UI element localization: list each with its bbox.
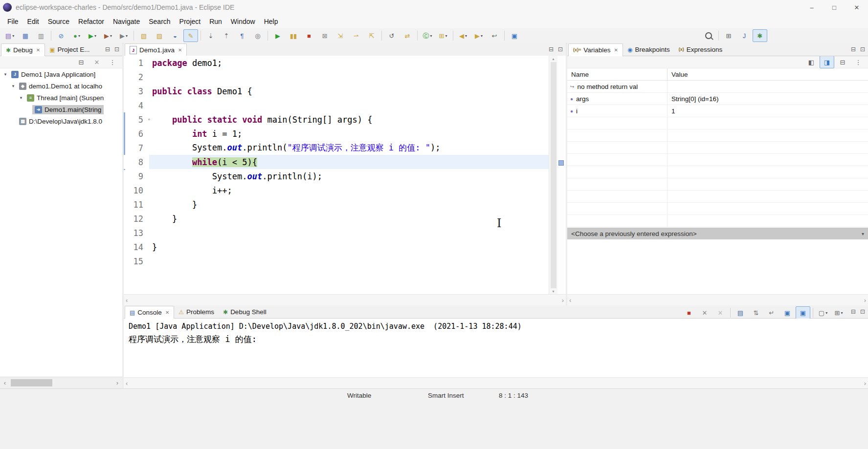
code-line-13[interactable]: 13 [124,226,566,240]
show-logical-structures-button[interactable]: ◨ [820,56,834,68]
console-horizontal-scrollbar[interactable]: ‹ › [124,377,868,388]
search-flashlight-button[interactable]: ◒ [168,29,182,42]
menu-window[interactable]: Window [226,18,260,25]
scroll-up-icon[interactable]: ▲ [552,57,555,61]
empty-row[interactable] [567,203,868,215]
scroll-left-icon[interactable]: ‹ [569,297,571,304]
coverage-button[interactable]: ▶▾ [101,29,115,42]
forward-button[interactable]: ▶▾ [471,29,486,42]
tab-project-explorer[interactable]: ▣ Project E... [45,43,94,56]
run-button[interactable]: ▶▾ [85,29,100,42]
scroll-left-icon[interactable]: ‹ [126,297,128,304]
tab-expressions[interactable]: (x) Expressions [674,43,727,56]
code-line-12[interactable]: 12 } [124,212,566,226]
tab-debug-shell[interactable]: ✱ Debug Shell [219,306,271,318]
fold-marker-icon[interactable]: ∘ [146,116,152,123]
expander-icon[interactable]: ▾ [10,84,17,88]
maximize-view-icon[interactable]: ⊡ [558,46,563,53]
debug-perspective-button[interactable]: ✱ [753,29,767,42]
open-resource-button[interactable]: ▨ [152,29,167,42]
debug-horizontal-scrollbar[interactable]: ‹ › [0,377,122,388]
empty-row[interactable] [567,215,868,227]
editor-vertical-scrollbar[interactable]: ▲ ▼ [549,56,557,295]
new-java-package-button[interactable]: ⊞▾ [436,29,450,42]
scroll-right-icon[interactable]: › [864,297,866,304]
tab-problems[interactable]: ⚠ Problems [174,306,219,318]
maximize-button[interactable]: □ [823,0,846,15]
maximize-view-icon[interactable]: ⊡ [860,46,865,53]
menu-search[interactable]: Search [144,18,175,25]
pin-console-button[interactable]: ▣ [780,306,795,319]
save-button[interactable]: ▦ [18,29,33,42]
close-button[interactable]: ✕ [846,0,868,15]
display-selected-console-button[interactable]: ▢▾ [816,306,830,319]
minimize-view-icon[interactable]: ⊟ [105,46,110,53]
variables-horizontal-scrollbar[interactable]: ‹ › [567,294,868,305]
tree-item-thread-main[interactable]: ▾≡Thread [main] (Suspen [0,92,122,104]
code-line-8[interactable]: 8 while(i < 5){ [124,155,566,169]
dropdown-arrow-icon[interactable]: ▾ [825,311,827,315]
dropdown-arrow-icon[interactable]: ▾ [481,34,483,38]
code-line-4[interactable]: 4 [124,98,566,112]
close-tab-icon[interactable]: ✕ [614,47,618,53]
dropdown-arrow-icon[interactable]: ▾ [78,34,80,38]
view-menu-button[interactable]: ⋮ [851,56,866,68]
tree-item-jvm-demo1[interactable]: ▾◆demo1.Demo1 at localho [0,80,122,92]
search-button[interactable] [701,29,716,42]
minimize-button[interactable]: – [801,0,823,15]
code-line-15[interactable]: 15 [124,254,566,268]
menu-project[interactable]: Project [175,18,205,25]
next-annotation-button[interactable]: ⇣ [203,29,218,42]
code-line-2[interactable]: 2 [124,70,566,84]
scrollbar-thumb[interactable] [11,379,52,386]
close-tab-icon[interactable]: ✕ [36,47,40,53]
menu-edit[interactable]: Edit [23,18,44,25]
dropdown-arrow-icon[interactable]: ▾ [465,34,467,38]
code-line-6[interactable]: 6 int i = 1; [124,127,566,141]
scroll-right-icon[interactable]: › [562,297,564,304]
variable-row-args[interactable]: ●argsString[0] (id=16) [567,93,868,105]
code-line-5[interactable]: 5∘ public static void main(String[] args… [124,112,566,127]
dropdown-arrow-icon[interactable]: ▾ [126,34,128,38]
variable-row-no-method-return-val[interactable]: ↪no method return val [567,81,868,93]
view-menu-button[interactable]: ⋮ [105,56,120,68]
expression-combo[interactable]: <Choose a previously entered expression>… [567,228,868,239]
tree-item-stack-frame-main[interactable]: ➜Demo1.main(String [0,104,122,115]
tab-variables[interactable]: (x)= Variables ✕ [568,43,623,56]
step-return-button[interactable]: ⇱ [364,29,379,42]
expander-icon[interactable]: ▾ [2,72,9,77]
show-on-output-button[interactable]: ▣ [796,306,810,319]
remove-launch-button[interactable]: ✕ [697,306,712,319]
remove-all-terminated-button[interactable]: ✕ [89,56,104,68]
scroll-left-icon[interactable]: ‹ [0,379,10,386]
empty-row[interactable] [567,178,868,191]
open-perspective-button[interactable]: ⊞ [721,29,736,42]
menu-source[interactable]: Source [44,18,74,25]
menu-help[interactable]: Help [260,18,283,25]
print-button[interactable]: ▥ [34,29,48,42]
empty-row[interactable] [567,117,868,129]
code-line-14[interactable]: 14} [124,240,566,254]
maximize-view-icon[interactable]: ⊡ [860,308,865,315]
code-line-9[interactable]: 9 System.out.println(i); [124,169,566,183]
resume-button[interactable]: ▶ [270,29,285,42]
disconnect-button[interactable]: ⊠ [317,29,332,42]
use-step-filters-button[interactable]: ⇄ [400,29,415,42]
tab-debug[interactable]: ✱ Debug ✕ [1,43,45,56]
tab-console[interactable]: ▤ Console ✕ [125,306,174,319]
tree-item-jre-path[interactable]: ▤D:\Develop\Java\jdk1.8.0 [0,115,122,127]
code-line-10[interactable]: 10 i++; [124,183,566,197]
scroll-down-icon[interactable]: ▼ [552,290,555,293]
column-header-name[interactable]: Name [567,68,668,80]
new-java-class-button[interactable]: Ⓒ▾ [420,29,435,42]
show-selection-button[interactable]: ◎ [250,29,265,42]
column-header-value[interactable]: Value [668,71,688,78]
empty-row[interactable] [567,166,868,178]
scroll-right-icon[interactable]: › [112,379,122,386]
clear-console-button[interactable]: ▤ [733,306,748,319]
previous-annotation-button[interactable]: ⇡ [219,29,234,42]
empty-row[interactable] [567,129,868,142]
dropdown-arrow-icon[interactable]: ▾ [110,34,112,38]
current-line-marker[interactable] [558,160,564,166]
dropdown-arrow-icon[interactable]: ▾ [430,34,432,38]
